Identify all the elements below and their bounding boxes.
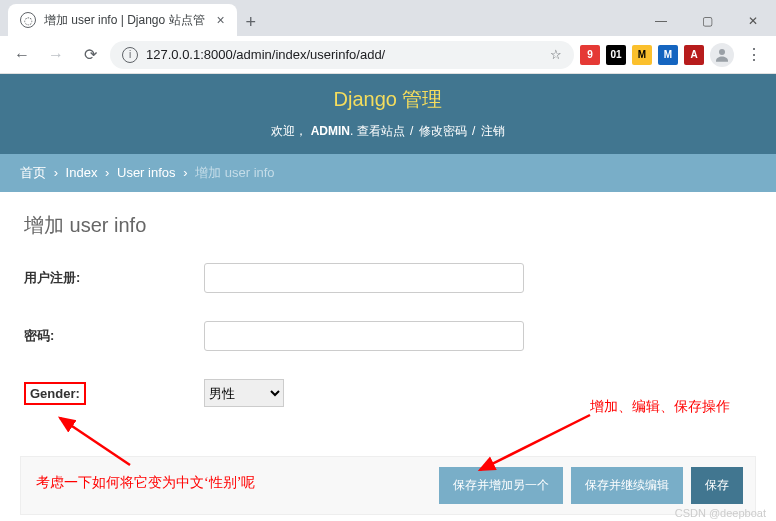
watermark: CSDN @deepboat [675, 507, 766, 519]
browser-toolbar: ← → ⟳ i 127.0.0.1:8000/admin/index/useri… [0, 36, 776, 74]
view-site-link[interactable]: 查看站点 [357, 124, 405, 138]
globe-icon: ◌ [20, 12, 36, 28]
close-window-button[interactable]: ✕ [730, 6, 776, 36]
annotation-left: 考虑一下如何将它变为中文‘性别’呢 [36, 474, 255, 492]
maximize-button[interactable]: ▢ [684, 6, 730, 36]
close-icon[interactable]: × [217, 12, 225, 28]
password-label: 密码: [24, 327, 204, 345]
browser-tab[interactable]: ◌ 增加 user info | Django 站点管 × [8, 4, 237, 36]
form-row-password: 密码: [24, 321, 752, 351]
ext-icon-3[interactable]: M [632, 45, 652, 65]
browser-tab-strip: ◌ 增加 user info | Django 站点管 × + — ▢ ✕ [0, 0, 776, 36]
site-title: Django 管理 [0, 86, 776, 113]
menu-button[interactable]: ⋮ [740, 45, 768, 64]
form-row-username: 用户注册: [24, 263, 752, 293]
bookmark-icon[interactable]: ☆ [550, 47, 562, 62]
welcome-text: 欢迎， [271, 124, 307, 138]
breadcrumb-model[interactable]: User infos [117, 165, 176, 180]
forward-button[interactable]: → [42, 41, 70, 69]
gender-label: Gender: [24, 386, 204, 401]
gender-select[interactable]: 男性 [204, 379, 284, 407]
breadcrumb-current: 增加 user info [195, 165, 274, 180]
new-tab-button[interactable]: + [237, 8, 265, 36]
change-password-link[interactable]: 修改密码 [419, 124, 467, 138]
ext-icon-4[interactable]: M [658, 45, 678, 65]
breadcrumb-app[interactable]: Index [66, 165, 98, 180]
window-controls: — ▢ ✕ [638, 6, 776, 36]
extension-icons: 9 01 M M A [580, 45, 704, 65]
profile-avatar[interactable] [710, 43, 734, 67]
reload-button[interactable]: ⟳ [76, 41, 104, 69]
username-input[interactable] [204, 263, 524, 293]
username-label: 用户注册: [24, 269, 204, 287]
tab-title: 增加 user info | Django 站点管 [44, 12, 205, 29]
info-icon[interactable]: i [122, 47, 138, 63]
breadcrumb-home[interactable]: 首页 [20, 165, 46, 180]
username: ADMIN [311, 124, 350, 138]
url-text: 127.0.0.1:8000/admin/index/userinfo/add/ [146, 47, 385, 62]
page-title: 增加 user info [24, 212, 752, 239]
user-links: 欢迎， ADMIN. 查看站点 / 修改密码 / 注销 [0, 123, 776, 140]
logout-link[interactable]: 注销 [481, 124, 505, 138]
ext-icon-2[interactable]: 01 [606, 45, 626, 65]
gender-label-text: Gender: [24, 382, 86, 405]
minimize-button[interactable]: — [638, 6, 684, 36]
save-button[interactable]: 保存 [691, 467, 743, 504]
annotation-right: 增加、编辑、保存操作 [590, 398, 730, 416]
django-header: Django 管理 欢迎， ADMIN. 查看站点 / 修改密码 / 注销 [0, 74, 776, 154]
back-button[interactable]: ← [8, 41, 36, 69]
save-add-another-button[interactable]: 保存并增加另一个 [439, 467, 563, 504]
address-bar[interactable]: i 127.0.0.1:8000/admin/index/userinfo/ad… [110, 41, 574, 69]
ext-icon-1[interactable]: 9 [580, 45, 600, 65]
svg-point-0 [719, 49, 725, 55]
password-input[interactable] [204, 321, 524, 351]
save-continue-button[interactable]: 保存并继续编辑 [571, 467, 683, 504]
ext-icon-5[interactable]: A [684, 45, 704, 65]
breadcrumb: 首页 › Index › User infos › 增加 user info [0, 154, 776, 192]
